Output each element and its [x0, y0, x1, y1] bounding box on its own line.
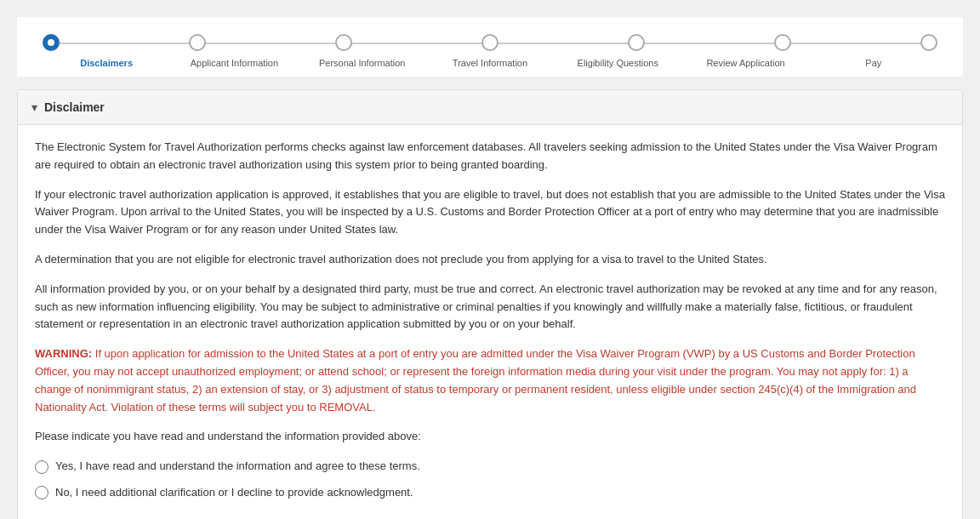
step-label-travel: Travel Information [426, 58, 554, 68]
step-label-disclaimers: Disclaimers [43, 58, 170, 68]
radio-yes-input[interactable] [35, 460, 48, 474]
step-dot-pay[interactable] [920, 34, 937, 51]
step-dots [43, 34, 937, 51]
step-label-personal: Personal Information [299, 58, 426, 68]
step-label-eligibility: Eligibility Questions [554, 58, 681, 68]
disclaimer-paragraph-1: The Electronic System for Travel Authori… [35, 139, 945, 174]
disclaimer-paragraph-3: A determination that you are not eligibl… [35, 251, 945, 269]
disclaimer-title: Disclaimer [44, 100, 105, 114]
step-label-pay: Pay [810, 58, 937, 68]
disclaimer-paragraph-2: If your electronic travel authorization … [35, 186, 945, 239]
step-dot-review[interactable] [774, 34, 791, 51]
radio-no-label[interactable]: No, I need additional clarification or I… [55, 484, 413, 502]
step-dot-personal[interactable] [335, 34, 352, 51]
chevron-down-icon: ▾ [31, 100, 37, 114]
radio-no-input[interactable] [35, 486, 48, 499]
step-label-review: Review Application [681, 58, 809, 68]
step-dot-applicant[interactable] [189, 34, 206, 51]
progress-bar: Disclaimers Applicant Information Person… [17, 17, 963, 77]
radio-no-option: No, I need additional clarification or I… [35, 484, 945, 502]
warning-body: If upon application for admission to the… [35, 347, 916, 413]
step-dot-disclaimers[interactable] [43, 34, 60, 51]
disclaimer-warning: WARNING: If upon application for admissi… [35, 345, 945, 416]
disclaimer-body: The Electronic System for Travel Authori… [18, 125, 962, 519]
radio-yes-label[interactable]: Yes, I have read and understand the info… [55, 458, 420, 476]
radio-yes-option: Yes, I have read and understand the info… [35, 458, 945, 476]
disclaimer-header[interactable]: ▾ Disclaimer [18, 90, 962, 125]
disclaimer-section: ▾ Disclaimer The Electronic System for T… [17, 89, 963, 519]
disclaimer-paragraph-4: All information provided by you, or on y… [35, 281, 945, 334]
warning-label: WARNING: [35, 347, 92, 360]
step-dot-eligibility[interactable] [628, 34, 645, 51]
acknowledge-prompt: Please indicate you have read and unders… [35, 428, 945, 446]
step-label-applicant: Applicant Information [170, 58, 298, 68]
step-dot-travel[interactable] [481, 34, 499, 51]
step-labels: Disclaimers Applicant Information Person… [43, 58, 937, 68]
